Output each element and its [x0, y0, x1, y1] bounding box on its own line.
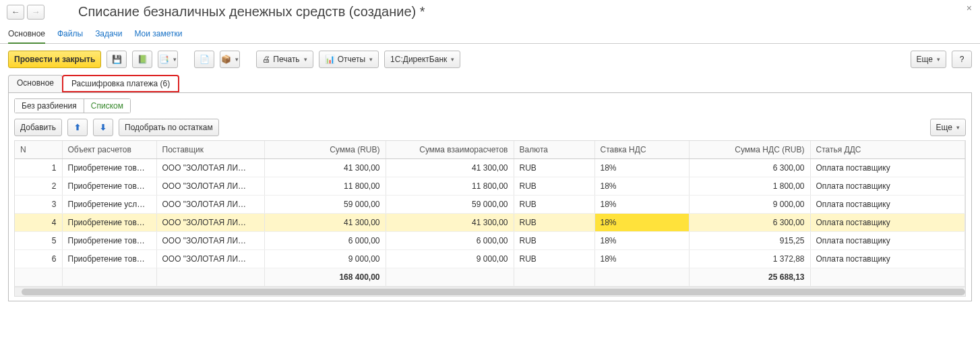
col-dds[interactable]: Статья ДДС: [810, 141, 965, 159]
cell-currency[interactable]: RUB: [514, 250, 594, 268]
cell-vat_rate[interactable]: 18%: [594, 232, 689, 250]
cell-sum_mutual[interactable]: 41 300,00: [386, 214, 514, 232]
table-row[interactable]: 3Приобретение усл…ООО "ЗОЛОТАЯ ЛИ…59 000…: [15, 196, 965, 214]
move-up-button[interactable]: ⬆: [67, 119, 88, 136]
cell-vat_rate[interactable]: 18%: [594, 177, 689, 196]
based-on-button[interactable]: 📄: [194, 51, 214, 68]
table-row[interactable]: 5Приобретение тов…ООО "ЗОЛОТАЯ ЛИ…6 000,…: [15, 232, 965, 250]
post-button[interactable]: 📗: [132, 51, 152, 68]
copy-create-button[interactable]: 📑▾: [158, 51, 178, 68]
cell-vat_sum[interactable]: 6 300,00: [689, 159, 810, 177]
cell-vat_rate[interactable]: 18%: [594, 250, 689, 268]
cell-n[interactable]: 1: [15, 159, 62, 177]
cell-sum_rub[interactable]: 11 800,00: [264, 177, 386, 196]
cell-vat_sum[interactable]: 1 372,88: [689, 250, 810, 268]
scrollbar-thumb[interactable]: [22, 289, 965, 295]
add-row-button[interactable]: Добавить: [14, 119, 62, 136]
table-row[interactable]: 2Приобретение тов…ООО "ЗОЛОТАЯ ЛИ…11 800…: [15, 177, 965, 196]
col-currency[interactable]: Валюта: [514, 141, 594, 159]
col-object[interactable]: Объект расчетов: [62, 141, 156, 159]
cell-n[interactable]: 3: [15, 196, 62, 214]
cell-dds[interactable]: Оплата поставщику: [810, 177, 965, 196]
cell-vat_sum[interactable]: 9 000,00: [689, 196, 810, 214]
chevron-down-icon: ▾: [173, 56, 177, 63]
cell-sum_rub[interactable]: 6 000,00: [264, 232, 386, 250]
cell-dds[interactable]: Оплата поставщику: [810, 214, 965, 232]
col-vat-sum[interactable]: Сумма НДС (RUB): [689, 141, 810, 159]
direct-bank-button[interactable]: 1С:ДиректБанк▾: [384, 51, 460, 68]
cell-supplier[interactable]: ООО "ЗОЛОТАЯ ЛИ…: [156, 196, 264, 214]
print-button[interactable]: 🖨Печать▾: [256, 51, 313, 68]
chevron-down-icon: ▾: [937, 56, 940, 63]
help-button[interactable]: ?: [952, 51, 972, 68]
table-row[interactable]: 6Приобретение тов…ООО "ЗОЛОТАЯ ЛИ…9 000,…: [15, 250, 965, 268]
save-button[interactable]: 💾: [106, 51, 127, 68]
cell-n[interactable]: 4: [15, 214, 62, 232]
cell-sum_mutual[interactable]: 6 000,00: [386, 232, 514, 250]
cell-supplier[interactable]: ООО "ЗОЛОТАЯ ЛИ…: [156, 159, 264, 177]
col-sum-rub[interactable]: Сумма (RUB): [264, 141, 386, 159]
table-row[interactable]: 1Приобретение тов…ООО "ЗОЛОТАЯ ЛИ…41 300…: [15, 159, 965, 177]
cell-object[interactable]: Приобретение тов…: [62, 159, 156, 177]
cell-dds[interactable]: Оплата поставщику: [810, 196, 965, 214]
cell-supplier[interactable]: ООО "ЗОЛОТАЯ ЛИ…: [156, 232, 264, 250]
table-more-button[interactable]: Еще▾: [930, 119, 966, 136]
structure-button[interactable]: 📦▾: [220, 51, 240, 68]
cell-supplier[interactable]: ООО "ЗОЛОТАЯ ЛИ…: [156, 250, 264, 268]
reports-button[interactable]: 📊Отчеты▾: [319, 51, 379, 68]
table-row[interactable]: 4Приобретение тов…ООО "ЗОЛОТАЯ ЛИ…41 300…: [15, 214, 965, 232]
col-n[interactable]: N: [15, 141, 62, 159]
view-list[interactable]: Списком: [84, 98, 131, 113]
cell-vat_sum[interactable]: 915,25: [689, 232, 810, 250]
col-supplier[interactable]: Поставщик: [156, 141, 264, 159]
pick-by-balance-button[interactable]: Подобрать по остаткам: [119, 119, 219, 136]
cell-object[interactable]: Приобретение тов…: [62, 250, 156, 268]
cell-sum_mutual[interactable]: 11 800,00: [386, 177, 514, 196]
cell-dds[interactable]: Оплата поставщику: [810, 159, 965, 177]
cell-sum_rub[interactable]: 41 300,00: [264, 214, 386, 232]
cell-sum_rub[interactable]: 59 000,00: [264, 196, 386, 214]
subtab-main[interactable]: Основное: [8, 29, 45, 44]
cell-object[interactable]: Приобретение тов…: [62, 177, 156, 196]
cell-vat_rate[interactable]: 18%: [594, 196, 689, 214]
subtab-notes[interactable]: Мои заметки: [134, 29, 182, 39]
cell-dds[interactable]: Оплата поставщику: [810, 232, 965, 250]
cell-currency[interactable]: RUB: [514, 214, 594, 232]
close-button[interactable]: ×: [967, 3, 972, 13]
cell-sum_mutual[interactable]: 59 000,00: [386, 196, 514, 214]
cell-sum_rub[interactable]: 9 000,00: [264, 250, 386, 268]
cell-sum_mutual[interactable]: 9 000,00: [386, 250, 514, 268]
cell-vat_rate[interactable]: 18%: [594, 214, 689, 232]
cell-dds[interactable]: Оплата поставщику: [810, 250, 965, 268]
cell-n[interactable]: 6: [15, 250, 62, 268]
nav-forward-button[interactable]: →: [27, 5, 44, 20]
tab-main[interactable]: Основное: [8, 75, 63, 92]
more-button[interactable]: Еще▾: [911, 51, 946, 68]
cell-object[interactable]: Приобретение тов…: [62, 214, 156, 232]
subtab-files[interactable]: Файлы: [57, 29, 83, 39]
cell-currency[interactable]: RUB: [514, 196, 594, 214]
cell-currency[interactable]: RUB: [514, 177, 594, 196]
view-no-split[interactable]: Без разбиения: [14, 98, 84, 113]
cell-object[interactable]: Приобретение усл…: [62, 196, 156, 214]
nav-back-button[interactable]: ←: [7, 5, 24, 20]
cell-vat_sum[interactable]: 6 300,00: [689, 214, 810, 232]
cell-supplier[interactable]: ООО "ЗОЛОТАЯ ЛИ…: [156, 214, 264, 232]
move-down-button[interactable]: ⬇: [93, 119, 113, 136]
cell-sum_rub[interactable]: 41 300,00: [264, 159, 386, 177]
col-sum-mutual[interactable]: Сумма взаиморасчетов: [386, 141, 514, 159]
cell-currency[interactable]: RUB: [514, 232, 594, 250]
cell-n[interactable]: 5: [15, 232, 62, 250]
cell-n[interactable]: 2: [15, 177, 62, 196]
cell-vat_sum[interactable]: 1 800,00: [689, 177, 810, 196]
cell-object[interactable]: Приобретение тов…: [62, 232, 156, 250]
cell-currency[interactable]: RUB: [514, 159, 594, 177]
cell-sum_mutual[interactable]: 41 300,00: [386, 159, 514, 177]
subtab-tasks[interactable]: Задачи: [95, 29, 122, 39]
cell-supplier[interactable]: ООО "ЗОЛОТАЯ ЛИ…: [156, 177, 264, 196]
cell-vat_rate[interactable]: 18%: [594, 159, 689, 177]
tab-payment-breakdown[interactable]: Расшифровка платежа (6): [62, 75, 179, 92]
horizontal-scrollbar[interactable]: [15, 287, 965, 296]
col-vat-rate[interactable]: Ставка НДС: [594, 141, 689, 159]
post-and-close-button[interactable]: Провести и закрыть: [8, 51, 101, 68]
